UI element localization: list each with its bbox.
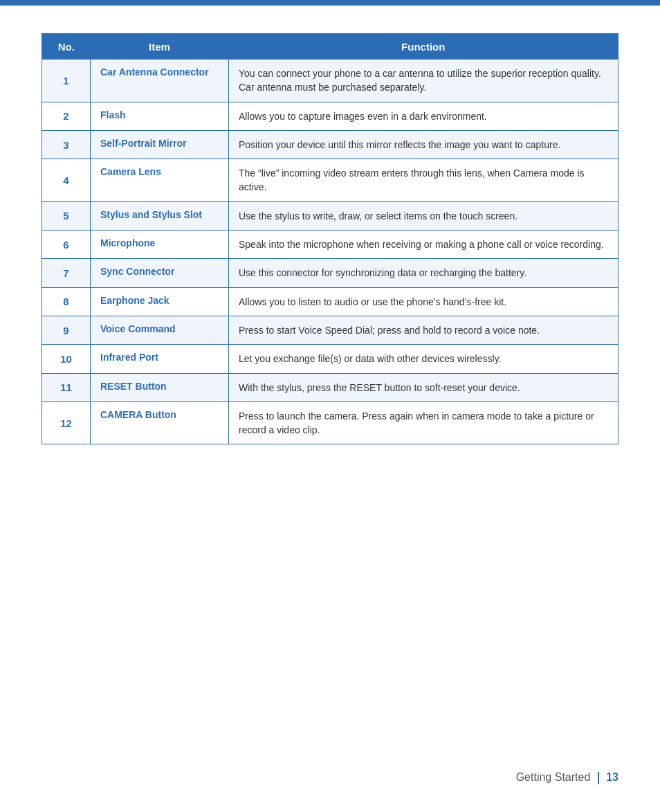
cell-function: Use the stylus to write, draw, or select… (229, 201, 618, 230)
cell-item: Earphone Jack (91, 287, 229, 316)
footer-text: Getting Started (516, 771, 591, 783)
table-row: 3Self-Portrait MirrorPosition your devic… (42, 130, 618, 159)
cell-function: Use this connector for synchronizing dat… (229, 259, 618, 287)
cell-item: Infrared Port (91, 345, 229, 373)
table-row: 1Car Antenna ConnectorYou can connect yo… (42, 60, 618, 102)
table-row: 4Camera LensThe “live” incoming video st… (42, 159, 618, 202)
cell-no: 7 (42, 259, 91, 287)
cell-function: Speak into the microphone when receiving… (229, 231, 618, 259)
table-row: 7Sync ConnectorUse this connector for sy… (42, 259, 618, 287)
table-row: 5Stylus and Stylus SlotUse the stylus to… (42, 201, 618, 230)
top-bar (0, 0, 660, 6)
col-header-item: Item (91, 34, 229, 60)
cell-no: 12 (42, 402, 91, 444)
cell-function: Press to launch the camera. Press again … (229, 402, 618, 444)
footer: Getting Started 13 (516, 771, 618, 784)
cell-no: 4 (42, 159, 91, 202)
cell-no: 2 (42, 102, 91, 130)
table-row: 12CAMERA ButtonPress to launch the camer… (42, 402, 618, 444)
cell-item: Stylus and Stylus Slot (91, 201, 229, 230)
cell-item: CAMERA Button (91, 402, 229, 444)
cell-function: Position your device until this mirror r… (229, 130, 618, 159)
cell-no: 11 (42, 373, 91, 402)
col-header-no: No. (42, 34, 91, 60)
cell-function: Press to start Voice Speed Dial; press a… (229, 316, 618, 344)
cell-no: 8 (42, 287, 91, 316)
cell-item: Camera Lens (91, 159, 229, 202)
footer-page: 13 (606, 771, 618, 783)
table-row: 2FlashAllows you to capture images even … (42, 102, 618, 130)
cell-no: 10 (42, 345, 91, 373)
cell-function: Allows you to capture images even in a d… (229, 102, 618, 130)
cell-item: Microphone (91, 231, 229, 259)
cell-no: 1 (42, 60, 91, 102)
cell-no: 5 (42, 201, 91, 230)
cell-no: 3 (42, 130, 91, 159)
cell-function: Let you exchange file(s) or data with ot… (229, 345, 618, 373)
table-row: 6MicrophoneSpeak into the microphone whe… (42, 231, 618, 259)
cell-item: Flash (91, 102, 229, 130)
col-header-function: Function (229, 34, 618, 60)
cell-function: You can connect your phone to a car ante… (229, 60, 618, 102)
table-row: 8Earphone JackAllows you to listen to au… (42, 287, 618, 316)
cell-no: 6 (42, 231, 91, 259)
cell-item: Voice Command (91, 316, 229, 344)
cell-item: Self-Portrait Mirror (91, 130, 229, 159)
cell-function: The “live” incoming video stream enters … (229, 159, 618, 202)
cell-item: Car Antenna Connector (91, 60, 229, 102)
cell-item: RESET Button (91, 373, 229, 402)
features-table: No. Item Function 1Car Antenna Connector… (42, 33, 618, 444)
table-row: 11RESET ButtonWith the stylus, press the… (42, 373, 618, 402)
footer-divider (598, 772, 599, 784)
cell-item: Sync Connector (91, 259, 229, 287)
cell-function: Allows you to listen to audio or use the… (229, 287, 618, 316)
cell-no: 9 (42, 316, 91, 344)
table-row: 10Infrared PortLet you exchange file(s) … (42, 345, 618, 373)
page-content: No. Item Function 1Car Antenna Connector… (0, 6, 660, 500)
table-row: 9Voice CommandPress to start Voice Speed… (42, 316, 618, 344)
cell-function: With the stylus, press the RESET button … (229, 373, 618, 402)
